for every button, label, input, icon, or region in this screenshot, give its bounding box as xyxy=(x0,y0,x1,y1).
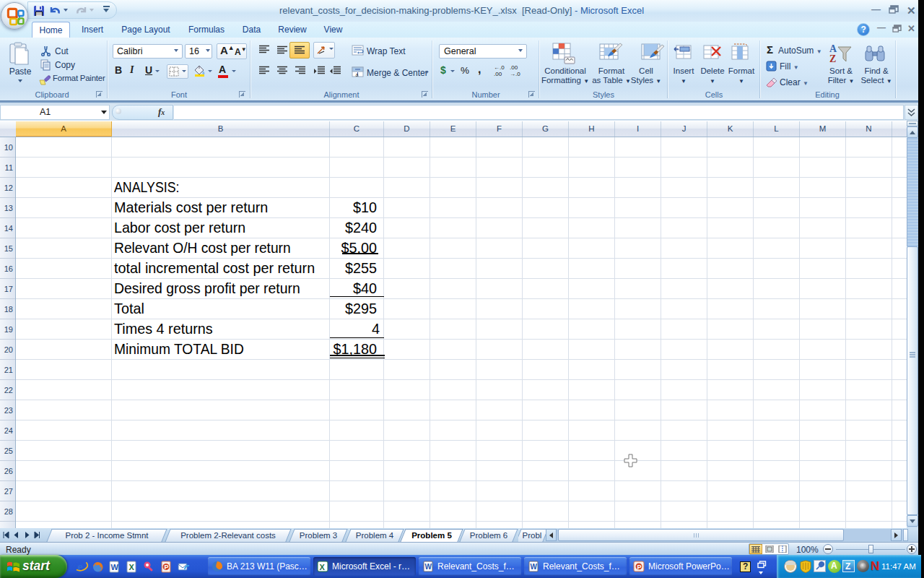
svg-text:W: W xyxy=(531,563,538,571)
svg-text:X: X xyxy=(320,563,326,571)
svg-text:P: P xyxy=(637,564,642,571)
svg-text:W: W xyxy=(425,563,432,571)
svg-text:a: a xyxy=(356,72,359,77)
svg-text:e: e xyxy=(77,560,83,574)
svg-text:W: W xyxy=(111,563,119,571)
svg-text:X: X xyxy=(129,563,135,571)
svg-text:P: P xyxy=(165,564,169,571)
svg-text:Z: Z xyxy=(829,53,836,64)
svg-text:A: A xyxy=(829,43,837,54)
